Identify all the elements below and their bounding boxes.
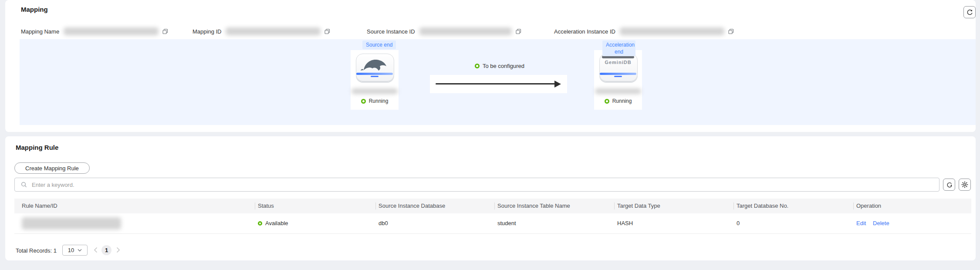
col-target-database-no: Target Database No. (737, 199, 788, 213)
redacted-instance-name (595, 88, 641, 94)
mapping-rule-title: Mapping Rule (16, 144, 58, 151)
table-name-cell: student (497, 213, 516, 233)
next-page-button[interactable] (116, 247, 120, 253)
col-target-data-type: Target Data Type (617, 199, 660, 213)
page-size-value: 10 (68, 247, 74, 253)
status-running-icon (361, 99, 366, 104)
source-end-tag: Source end (362, 40, 396, 49)
col-status: Status (258, 199, 274, 213)
mapping-rule-card: Mapping Rule Create Mapping Rule (5, 136, 976, 260)
table-settings-button[interactable] (959, 179, 971, 191)
refresh-icon (946, 182, 953, 188)
table-row: Available db0 student HASH 0 Edit Delete (14, 213, 971, 234)
prev-page-button[interactable] (94, 247, 98, 253)
field-mapping-id: Mapping ID (193, 26, 330, 37)
redacted-value (620, 27, 724, 35)
arrow-line (436, 83, 555, 84)
table-refresh-button[interactable] (943, 179, 955, 191)
acceleration-end-tag: Acceleration end (602, 40, 635, 56)
redacted-value (419, 27, 512, 35)
copy-icon[interactable] (516, 29, 521, 34)
status-cell: Available (258, 213, 288, 234)
copy-icon[interactable] (162, 29, 168, 34)
col-rule-name-id: Rule Name/ID (22, 199, 57, 213)
col-operation: Operation (856, 199, 881, 213)
status-running-icon (605, 99, 609, 104)
dolphin-logo (360, 55, 389, 74)
refresh-icon (966, 9, 973, 16)
status-label: Running (612, 98, 632, 104)
create-mapping-rule-button[interactable]: Create Mapping Rule (14, 162, 90, 174)
mysql-db-icon (354, 52, 395, 86)
status-to-configure-icon (475, 64, 480, 68)
gear-icon (961, 181, 968, 188)
field-label: Mapping Name (21, 28, 59, 35)
source-end-box: Running (351, 50, 399, 110)
link-status: To be configured (456, 63, 543, 69)
copy-icon[interactable] (728, 29, 734, 34)
redacted-value (64, 27, 159, 35)
table-header: Rule Name/ID Status Source Instance Data… (14, 199, 971, 213)
redacted-rule-name-id (22, 217, 121, 230)
source-database-cell: db0 (378, 213, 388, 233)
field-acceleration-instance-id: Acceleration Instance ID (554, 26, 734, 37)
edit-link[interactable]: Edit (856, 220, 866, 226)
search-icon (21, 182, 27, 188)
acceleration-end-box: GeminiDB Running (594, 50, 642, 110)
status-label: Available (265, 213, 288, 233)
geminidb-icon: GeminiDB (598, 52, 639, 86)
field-label: Source Instance ID (367, 28, 415, 35)
search-input[interactable] (31, 181, 939, 189)
field-source-instance-id: Source Instance ID (367, 26, 521, 37)
target-database-no-cell: 0 (737, 213, 740, 233)
page-size-select[interactable]: 10 (62, 245, 88, 256)
field-label: Mapping ID (193, 28, 221, 35)
geminidb-label: GeminiDB (598, 60, 639, 65)
target-status: Running (594, 98, 642, 104)
field-mapping-name: Mapping Name (21, 26, 168, 37)
refresh-button[interactable] (963, 6, 976, 18)
delete-link[interactable]: Delete (873, 220, 889, 226)
source-status: Running (351, 98, 399, 104)
redacted-instance-name (351, 88, 398, 94)
mapping-card: Mapping Mapping Name Mapping ID Source I… (5, 0, 976, 132)
col-source-instance-database: Source Instance Database (378, 199, 445, 213)
target-data-type-cell: HASH (617, 213, 633, 233)
field-label: Acceleration Instance ID (554, 28, 615, 35)
total-records-label: Total Records: 1 (16, 247, 57, 254)
operation-cell: Edit Delete (856, 213, 889, 233)
link-status-label: To be configured (483, 63, 524, 69)
status-label: Running (369, 98, 389, 104)
col-source-instance-table-name: Source Instance Table Name (497, 199, 570, 213)
mapping-diagram-panel: Running Source end To be configured Gemi… (20, 39, 976, 125)
page-number-1[interactable]: 1 (101, 245, 112, 255)
status-available-icon (258, 221, 262, 226)
redacted-value (226, 27, 321, 35)
arrow-head-icon (554, 81, 561, 88)
page-title: Mapping (21, 6, 48, 13)
copy-icon[interactable] (324, 29, 330, 34)
chevron-down-icon (78, 249, 82, 252)
arrow-strip (430, 75, 567, 93)
search-bar[interactable] (14, 178, 939, 192)
